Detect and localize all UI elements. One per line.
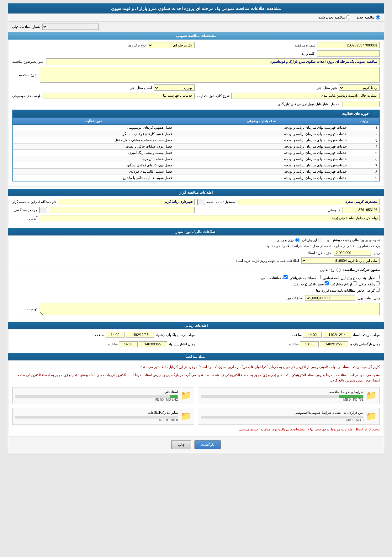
financial-content: نحوه ی برآورد مالی و قیمت پیشنهادی ارزی/… <box>8 235 384 320</box>
guarantee-cash-label[interactable]: فیش بانکی (وجه نقد) <box>294 281 329 286</box>
guarantee-amount-row: ریال واحد پول 45,000,000,000 مبلغ تضمین <box>12 295 380 301</box>
credit-expire-time[interactable] <box>119 341 138 347</box>
doc-receive-time[interactable] <box>303 332 322 338</box>
radio-renewed-label[interactable]: مناقصه تجدید شده <box>318 15 350 19</box>
description-textarea[interactable] <box>40 67 380 83</box>
city-select[interactable]: رباط کریم <box>339 84 380 91</box>
radio-renewed[interactable] <box>346 15 350 19</box>
bid-open-time[interactable] <box>300 341 319 347</box>
method-rial2-label[interactable]: ارزی/ریالی <box>302 238 322 242</box>
guarantee-tax-cb[interactable] <box>376 288 380 292</box>
financial-section: اطلاعات مالی/تامین اعتبار نحوه ی برآورد … <box>8 228 384 320</box>
address-display: رباط کریم-بلوار امام خمینی (ره) <box>40 215 380 221</box>
guarantee-participation-label[interactable]: اوراق مشارکت <box>331 281 357 286</box>
time-grid: مهلت دریافت اسناد ساعت مهلت ارسال پاکتها… <box>12 332 380 348</box>
tender-type-select[interactable]: یک مرحله ای <box>148 42 195 48</box>
general-info-header: مشخصات مناقصه عمومی <box>8 32 384 40</box>
guarantee-insurance-label[interactable]: ضمانتنامه غیربانکی <box>289 275 321 280</box>
activity-table-header: حوزه های فعالیت <box>13 110 379 117</box>
guarantee-cash-cb[interactable] <box>325 281 329 285</box>
guarantee-bond-label[interactable]: موارد بند ب ، ج و خ آیین نامه تضامین <box>323 275 380 280</box>
table-row: 3 خدمات-فهرست بهای سازمان برنامه و بودجه… <box>13 137 379 143</box>
province-group: تهران استان محل اجرا <box>12 84 195 91</box>
min-score-input[interactable] <box>342 101 380 107</box>
cell-category: خدمات-فهرست بهای سازمان برنامه و بودجه <box>174 162 349 169</box>
doc-note1: کاربر گرامی، دریافت اسناد در مهلت قانونی… <box>12 363 380 371</box>
back-button[interactable]: بازگشت <box>194 440 221 449</box>
notes-textarea[interactable] <box>40 303 380 315</box>
time-section: اطلاعات زمانی مهلت دریافت اسناد ساعت مهل… <box>8 322 384 351</box>
province-select[interactable]: تهران <box>154 84 195 91</box>
file-info: اسناد فنی 2.42 MB 50 MB <box>15 390 178 401</box>
documents-header: اسناد مناقصه <box>8 353 384 360</box>
documents-section: اسناد مناقصه کاربر گرامی، دریافت اسناد د… <box>8 353 384 434</box>
prev-tender-select[interactable]: -- <box>42 24 99 30</box>
cell-category: خدمات-فهرست بهای سازمان برنامه و بودجه <box>174 131 349 137</box>
location-row: رباط کریم شهر محل اجرا تهران استان محل ا… <box>12 84 380 91</box>
col-category: طبقه بندی موضوعی <box>174 118 349 125</box>
col-activity: حوزه فعالیت <box>13 118 174 125</box>
footer-note: توجه: کاربر ارسال اطلاعات مربوط به فهرست… <box>12 427 380 431</box>
file-size-max: 50 MB <box>155 398 164 401</box>
bank-select[interactable]: ملی ایران رباط کریم 819004 <box>301 257 380 264</box>
method-rial-radio[interactable] <box>295 238 299 242</box>
table-row: 9 خدمات-فهرست بهای سازمان برنامه و بودجه… <box>13 175 379 181</box>
category-group: خدمات با فهرست بها طبقه بندی موضوعی <box>12 93 195 99</box>
guarantee-property-label[interactable]: وثیقه ملکی <box>359 281 380 286</box>
ref-group: ... مرجع پاسخگویی <box>12 207 195 213</box>
purchase-fee-display: 2,000,000 <box>334 250 371 256</box>
time-content: مهلت دریافت اسناد ساعت مهلت ارسال پاکتها… <box>8 329 384 351</box>
file-icon: 📁 <box>180 390 191 401</box>
cell-category: خدمات-فهرست بهای سازمان برنامه و بودجه <box>174 169 349 175</box>
file-size: 751 KB 5 MB <box>201 398 363 401</box>
file-size-max: 5 MB <box>343 398 351 401</box>
guarantee-row2: وثیقه ملکی اوراق مشارکت فیش بانکی (وجه ن… <box>12 281 380 286</box>
cell-row: 4 <box>349 143 379 150</box>
method-rial-label[interactable]: ارزی و ریالی <box>277 238 299 242</box>
table-row: 4 خدمات-فهرست بهای سازمان برنامه و بودجه… <box>13 143 379 150</box>
file-card: 📁 اسناد فنی 2.42 MB 50 MB <box>12 387 194 404</box>
guarantee-insurance-cb[interactable] <box>317 275 321 279</box>
tender-title-display: مناقصه عمومی یک مرحله ای پروژه احداث سکو… <box>46 58 380 65</box>
tender-number-input[interactable] <box>317 42 380 48</box>
bid-submit-group: مهلت ارسال پاکتهای پیشنهاد ساعت <box>12 332 195 339</box>
ref-btn[interactable]: ... <box>39 207 47 213</box>
bid-open-date[interactable] <box>320 341 348 347</box>
keyword-row: کلید واژه <box>12 50 380 57</box>
guarantee-bond-cb[interactable] <box>376 275 380 279</box>
guarantee-type-radio[interactable] <box>336 268 341 272</box>
bid-submit-time[interactable] <box>106 332 124 338</box>
bid-submit-date[interactable] <box>126 332 154 338</box>
guarantee-type-label[interactable]: نوع تضمین <box>320 268 341 272</box>
contractor-content: محمدرضا کریمی منفرد مسئول ثبت مناقصه ...… <box>8 196 384 226</box>
guarantee-participation-cb[interactable] <box>353 281 357 285</box>
doc-receive-date[interactable] <box>323 332 351 338</box>
cell-category: خدمات-فهرست بهای سازمان برنامه و بودجه <box>174 150 349 156</box>
activity-desc-display: عملیات خاکی بادست وماشین،قالب بندی <box>231 93 380 99</box>
method-rial2-radio[interactable] <box>318 238 322 242</box>
guarantee-amount-display: 45,000,000,000 <box>305 295 355 301</box>
guarantee-bank-label[interactable]: ضمانتنامه بانکی <box>261 275 288 280</box>
print-button[interactable]: چاپ <box>171 440 191 449</box>
guarantee-property-cb[interactable] <box>376 281 380 285</box>
supervisor-display: محمدرضا کریمی منفرد <box>237 199 380 205</box>
cell-category: خدمات-فهرست بهای سازمان برنامه و بودجه <box>174 125 349 131</box>
file-card: 📁 شرایط و ضوابط مناقصه 751 KB 5 MB <box>198 387 380 404</box>
guarantee-tax-label[interactable]: گواهی خالص مطالبات تایید شده قراردادها <box>316 288 380 293</box>
keyword-input[interactable] <box>317 50 380 57</box>
radio-new[interactable] <box>376 15 380 19</box>
progress-bar <box>15 416 178 419</box>
cell-row: 8 <box>349 169 379 175</box>
supervisor-btn[interactable]: ... <box>197 199 205 205</box>
separator1 <box>12 266 380 266</box>
radio-new-label[interactable]: مناقصه جدید <box>357 15 380 19</box>
guarantee-row3: گواهی خالص مطالبات تایید شده قراردادها <box>12 288 380 293</box>
progress-bar <box>201 395 363 398</box>
guarantee-bank-cb[interactable] <box>283 275 288 279</box>
file-grid: 📁 شرایط و ضوابط مناقصه 751 KB 5 MB 📁 اسن… <box>12 387 380 425</box>
table-row: 8 خدمات-فهرست بهای سازمان برنامه و بودجه… <box>13 169 379 175</box>
cell-row: 1 <box>349 125 379 131</box>
notes-row: توضیحات <box>12 303 380 315</box>
credit-expire-date[interactable] <box>139 341 167 347</box>
cell-category: خدمات-فهرست بهای سازمان برنامه و بودجه <box>174 156 349 162</box>
